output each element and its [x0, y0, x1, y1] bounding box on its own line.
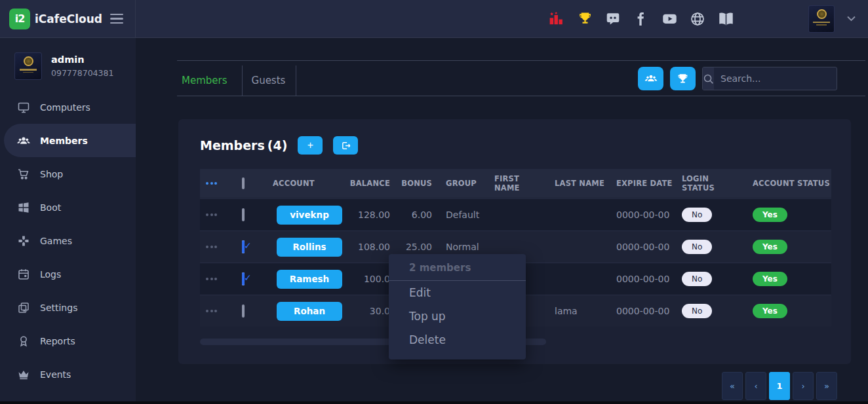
row-checkbox[interactable] [242, 272, 245, 285]
topbar-right [136, 0, 868, 37]
chevron-down-icon[interactable] [846, 10, 856, 28]
col-first-name[interactable]: FIRST NAME [486, 174, 546, 193]
select-all-checkbox[interactable] [242, 177, 245, 189]
tab-guests[interactable]: Guests [243, 75, 296, 86]
row-menu-icon[interactable] [200, 246, 229, 248]
discord-icon[interactable] [604, 10, 621, 28]
book-icon[interactable] [717, 10, 734, 28]
col-balance[interactable]: BALANCE [345, 179, 395, 188]
trophy-icon[interactable] [576, 10, 593, 28]
last-name-cell: lama [546, 306, 608, 316]
members-view-button[interactable] [638, 67, 663, 90]
account-status-badge: Yes [753, 240, 787, 254]
user-avatar[interactable] [808, 5, 835, 33]
bulk-menu-icon[interactable] [200, 182, 229, 185]
avatar-emblem [817, 9, 827, 19]
sidebar-item-logs[interactable]: Logs [4, 257, 136, 291]
trophy-view-button[interactable] [670, 67, 696, 90]
sidebar-nav: Computers Members Shop Boot Games Logs [0, 90, 136, 391]
account-status-badge: Yes [753, 272, 787, 286]
medal-icon [17, 335, 30, 348]
gamepad-icon [17, 234, 30, 248]
layers-icon [17, 301, 30, 314]
search-input[interactable] [714, 67, 837, 90]
row-checkbox[interactable] [242, 304, 245, 318]
calendar-icon [17, 268, 30, 281]
brand-logo-icon: i2 [9, 9, 30, 29]
first-page-button[interactable]: « [722, 372, 743, 400]
row-menu-icon[interactable] [200, 310, 229, 312]
app-window: i2 iCafeCloud [0, 0, 868, 404]
sidebar: admin 097778704381 Computers Members Sho… [0, 38, 136, 401]
account-button[interactable]: viveknp [277, 206, 342, 225]
sidebar-user: admin 097778704381 [0, 38, 136, 80]
balance-cell: 30.0 [345, 306, 395, 316]
divider [177, 60, 865, 61]
expire-date-cell: 0000-00-00 [608, 274, 673, 284]
sidebar-avatar[interactable] [14, 52, 42, 80]
col-account[interactable]: ACCOUNT [264, 179, 345, 188]
facebook-icon[interactable] [633, 10, 650, 28]
row-menu-icon[interactable] [200, 278, 229, 280]
prev-page-button[interactable]: ‹ [745, 372, 766, 400]
sidebar-item-settings[interactable]: Settings [4, 291, 136, 324]
page-1-button[interactable]: 1 [769, 372, 790, 400]
add-member-button[interactable]: + [298, 136, 323, 155]
sidebar-item-computers[interactable]: Computers [4, 90, 136, 124]
podium-icon[interactable] [548, 10, 565, 28]
sidebar-item-reports[interactable]: Reports [4, 324, 136, 358]
user-name: admin [51, 54, 113, 65]
last-page-button[interactable]: » [816, 372, 837, 400]
group-cell: Default [437, 210, 486, 220]
col-group[interactable]: GROUP [437, 179, 486, 188]
row-checkbox[interactable] [242, 240, 245, 253]
col-last-name[interactable]: LAST NAME [546, 179, 608, 188]
sidebar-item-members[interactable]: Members [4, 124, 136, 157]
balance-cell: 108.00 [345, 242, 395, 252]
youtube-icon[interactable] [661, 10, 678, 28]
col-login-status[interactable]: LOGIN STATUS [673, 174, 744, 193]
menu-item-edit[interactable]: Edit [389, 281, 526, 304]
tabs: Members Guests [177, 65, 296, 96]
toolbar [638, 67, 837, 90]
topbar: i2 iCafeCloud [0, 0, 868, 38]
member-count: (4) [267, 138, 288, 153]
tab-members[interactable]: Members [177, 75, 242, 86]
sidebar-item-shop[interactable]: Shop [4, 157, 136, 191]
sidebar-item-boot[interactable]: Boot [4, 191, 136, 224]
crown-icon [17, 368, 30, 381]
menu-item-delete[interactable]: Delete [389, 328, 526, 352]
row-checkbox[interactable] [242, 208, 245, 221]
globe-icon[interactable] [689, 10, 706, 28]
search-icon [703, 67, 714, 90]
account-button[interactable]: Ramesh [277, 270, 342, 289]
account-button[interactable]: Rohan [277, 302, 342, 321]
members-icon [17, 134, 30, 147]
sidebar-item-events[interactable]: Events [4, 358, 136, 391]
login-status-badge: No [682, 208, 712, 222]
expire-date-cell: 0000-00-00 [608, 242, 673, 252]
col-expire-date[interactable]: EXPIRE DATE [608, 179, 673, 188]
table-header-row: ACCOUNT BALANCE BONUS GROUP FIRST NAME L… [200, 169, 831, 198]
account-button[interactable]: Rollins [277, 238, 342, 257]
brand-name: iCafeCloud [35, 12, 102, 26]
export-button[interactable] [333, 136, 358, 155]
brand-logo[interactable]: i2 iCafeCloud [9, 9, 102, 29]
next-page-button[interactable]: › [793, 372, 814, 400]
balance-cell: 100.0 [345, 274, 395, 284]
col-bonus[interactable]: BONUS [395, 179, 437, 188]
panel-title: Members(4) [200, 138, 287, 153]
balance-cell: 128.00 [345, 210, 395, 220]
cart-icon [17, 168, 30, 181]
pagination: « ‹ 1 › » [722, 372, 837, 400]
hamburger-menu-icon[interactable] [110, 14, 123, 24]
login-status-badge: No [682, 240, 712, 254]
table-row: viveknp 128.00 6.00 Default 0000-00-00 N… [200, 198, 831, 230]
menu-item-top-up[interactable]: Top up [389, 304, 526, 328]
sidebar-item-games[interactable]: Games [4, 224, 136, 257]
col-account-status[interactable]: ACCOUNT STATUS [744, 179, 831, 188]
login-status-badge: No [682, 272, 712, 286]
row-menu-icon[interactable] [200, 213, 229, 216]
expire-date-cell: 0000-00-00 [608, 210, 673, 220]
search-box [702, 67, 837, 90]
